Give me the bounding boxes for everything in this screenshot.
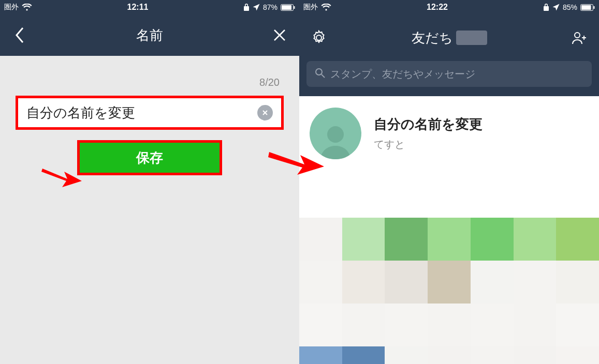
close-button[interactable] [270, 26, 289, 44]
clear-button[interactable] [257, 105, 273, 120]
blurred-cell [471, 175, 514, 218]
wifi-icon [321, 4, 331, 11]
blurred-cell [342, 346, 385, 364]
navbar: 友だち [299, 14, 599, 61]
friends-title-label: 友だち [412, 29, 453, 47]
blurred-cell [428, 218, 471, 261]
screen-name-edit: 圏外 12:11 87% 名前 8/20 [0, 0, 299, 364]
carrier-label: 圏外 [4, 3, 19, 12]
page-title: 名前 [136, 26, 163, 44]
blurred-cell [428, 175, 471, 218]
battery-label: 85% [563, 3, 577, 11]
blurred-cell [428, 346, 471, 364]
svg-rect-5 [593, 6, 594, 9]
blurred-cell [385, 304, 428, 346]
name-input-highlight [16, 96, 284, 130]
blurred-cell [385, 218, 428, 261]
blurred-cell [299, 175, 342, 218]
blurred-cell [385, 346, 428, 364]
back-button[interactable] [10, 26, 29, 44]
blurred-cell [471, 261, 514, 304]
blurred-cell [514, 346, 557, 364]
svg-line-7 [322, 74, 325, 78]
blurred-cell [471, 304, 514, 346]
wifi-icon [22, 4, 32, 11]
blurred-cell [342, 175, 385, 218]
name-input[interactable] [26, 105, 257, 121]
blurred-cell [342, 218, 385, 261]
blurred-cell [556, 304, 599, 346]
blurred-cell [428, 261, 471, 304]
svg-point-6 [316, 69, 322, 75]
svg-rect-1 [282, 5, 291, 10]
page-title: 友だち [412, 29, 487, 47]
screen-friends: 圏外 12:22 85% 友だち [299, 0, 599, 364]
carrier-label: 圏外 [303, 3, 318, 12]
save-button[interactable]: 保存 [80, 143, 220, 173]
battery-icon [281, 4, 295, 11]
location-icon [552, 4, 560, 11]
statusbar: 圏外 12:11 87% [0, 0, 299, 14]
statusbar: 圏外 12:22 85% [299, 0, 599, 14]
profile-name: 自分の名前を変更 [374, 115, 483, 133]
blurred-cell [471, 218, 514, 261]
blurred-cell [556, 346, 599, 364]
blurred-cell [342, 304, 385, 346]
search-area: スタンプ、友だちやメッセージ [299, 61, 599, 96]
clock: 12:22 [427, 3, 448, 12]
svg-rect-2 [294, 6, 295, 9]
blurred-cell [514, 261, 557, 304]
blurred-cell [299, 346, 342, 364]
blurred-cell [514, 304, 557, 346]
search-input[interactable]: スタンプ、友だちやメッセージ [306, 61, 592, 87]
blurred-cell [556, 261, 599, 304]
blurred-cell [385, 261, 428, 304]
settings-button[interactable] [310, 28, 328, 47]
blurred-cell [471, 346, 514, 364]
battery-label: 87% [263, 3, 277, 11]
blurred-cell [428, 304, 471, 346]
navbar: 名前 [0, 14, 299, 56]
blurred-cell [514, 218, 557, 261]
blurred-cell [342, 261, 385, 304]
search-placeholder: スタンプ、友だちやメッセージ [330, 67, 475, 81]
clock: 12:11 [127, 3, 149, 12]
save-button-highlight: 保存 [77, 140, 222, 175]
svg-point-8 [327, 126, 344, 143]
avatar [310, 108, 361, 159]
blurred-cell [514, 175, 557, 218]
friends-count-blurred [456, 31, 487, 45]
blurred-cell [385, 175, 428, 218]
blurred-cell [556, 218, 599, 261]
lock-icon [543, 4, 549, 11]
char-counter: 8/20 [16, 77, 284, 88]
battery-icon [580, 4, 595, 11]
blurred-cell [556, 175, 599, 218]
add-friend-button[interactable] [570, 28, 589, 47]
search-icon [315, 68, 325, 81]
location-icon [253, 4, 260, 11]
svg-rect-4 [581, 5, 591, 10]
lock-icon [243, 4, 250, 11]
blurred-cell [299, 304, 342, 346]
friends-list-blurred [299, 175, 599, 364]
blurred-cell [299, 261, 342, 304]
profile-status: てすと [374, 138, 483, 151]
blurred-cell [299, 218, 342, 261]
profile-row[interactable]: 自分の名前を変更 てすと [299, 96, 599, 175]
